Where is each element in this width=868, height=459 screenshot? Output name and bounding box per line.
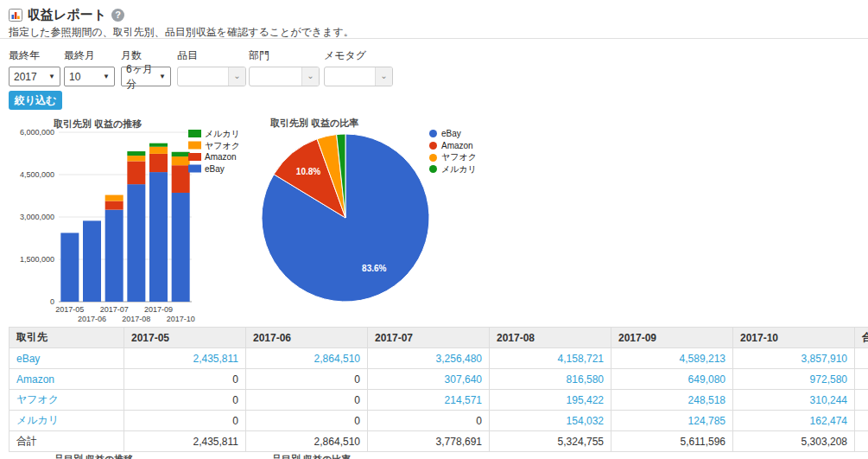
revenue-value-link[interactable]: 972,580 bbox=[810, 373, 847, 386]
revenue-value-cell: 2,435,811 bbox=[124, 431, 246, 452]
stacked-bar-chart[interactable]: 01,500,0003,000,0004,500,0006,000,000201… bbox=[9, 115, 259, 322]
vendor-name-cell: ヤフオク bbox=[10, 390, 124, 411]
revenue-value-cell: 154,032 bbox=[490, 411, 611, 431]
item-trend-chart-title: 品目別 収益の推移 bbox=[54, 453, 133, 459]
bar-segment-Amazon bbox=[127, 161, 145, 184]
revenue-value-link[interactable]: 4,589,213 bbox=[680, 353, 725, 365]
bar-legend-label: ヤフオク bbox=[205, 141, 240, 150]
pie-legend-label: Amazon bbox=[441, 141, 473, 150]
revenue-value-cell: 0 bbox=[246, 390, 368, 411]
table-row: 合計2,435,8112,864,5103,778,6915,324,7555,… bbox=[10, 431, 868, 452]
revenue-value-link[interactable]: 214,571 bbox=[445, 394, 482, 406]
pie-legend-item: ヤフオク bbox=[429, 151, 477, 163]
last-year-select[interactable]: 2017▼ bbox=[9, 67, 60, 86]
table-column-header: 2017-09 bbox=[611, 328, 733, 348]
revenue-table-wrap: 取引先2017-052017-062017-072017-082017-0920… bbox=[9, 327, 868, 452]
revenue-value-cell: 5,303,208 bbox=[733, 431, 855, 452]
next-section-titles: 品目別 収益の推移 品目別 収益の比率 bbox=[0, 453, 868, 459]
x-axis-label: 2017-06 bbox=[78, 315, 106, 322]
bar-chart-revenue-trend: 取引先別 収益の推移 01,500,0003,000,0004,500,0006… bbox=[9, 115, 259, 322]
bar-segment-ヤフオク bbox=[149, 147, 168, 154]
legend-dot-icon bbox=[429, 142, 437, 150]
table-column-header: 2017-10 bbox=[733, 328, 855, 348]
revenue-value-cell: 307,640 bbox=[368, 369, 490, 390]
pie-chart[interactable]: 83.6%10.8% bbox=[259, 128, 432, 322]
y-axis-tick: 0 bbox=[50, 297, 54, 306]
revenue-value-link[interactable]: 162,474 bbox=[810, 415, 847, 427]
revenue-value-cell: 3,857,910 bbox=[733, 348, 855, 369]
caret-down-icon: ▼ bbox=[159, 73, 166, 80]
department-select[interactable]: ⌄ bbox=[249, 67, 320, 86]
legend-dot-icon bbox=[429, 154, 437, 162]
total-column-cell bbox=[855, 411, 868, 431]
y-axis-tick: 1,500,000 bbox=[20, 255, 54, 264]
revenue-value-cell: 649,080 bbox=[611, 369, 733, 390]
pie-legend-label: メルカリ bbox=[441, 163, 477, 175]
bar-segment-Amazon bbox=[105, 201, 124, 210]
revenue-value-cell: 0 bbox=[246, 411, 368, 431]
pie-chart-legend: eBayAmazonヤフオクメルカリ bbox=[429, 128, 477, 175]
revenue-value-link[interactable]: 2,435,811 bbox=[193, 353, 239, 365]
bar-segment-eBay bbox=[149, 172, 168, 302]
item-select[interactable]: ⌄ bbox=[177, 67, 246, 86]
filter-item-label: 品目 bbox=[177, 48, 246, 63]
bar-segment-メルカリ bbox=[172, 152, 190, 156]
page-header: 収益レポート ? bbox=[9, 7, 124, 23]
revenue-value-cell: 4,158,721 bbox=[490, 348, 611, 369]
revenue-value-cell: 0 bbox=[124, 411, 246, 431]
help-icon[interactable]: ? bbox=[111, 9, 124, 22]
page-title: 収益レポート bbox=[28, 7, 106, 23]
bar-segment-Amazon bbox=[172, 165, 190, 193]
revenue-value-link[interactable]: 310,244 bbox=[810, 394, 847, 406]
vendor-name-cell: Amazon bbox=[10, 369, 124, 390]
revenue-value-cell: 310,244 bbox=[733, 390, 855, 411]
item-share-chart-title: 品目別 収益の比率 bbox=[272, 453, 351, 459]
revenue-value-link[interactable]: 124,785 bbox=[688, 415, 725, 427]
vendor-link[interactable]: メルカリ bbox=[16, 414, 59, 426]
bar-chart-title: 取引先別 収益の推移 bbox=[54, 118, 142, 131]
filter-months-label: 月数 bbox=[121, 48, 171, 63]
revenue-value-cell: 972,580 bbox=[733, 369, 855, 390]
table-column-header: 2017-07 bbox=[368, 328, 490, 348]
pie-legend-item: メルカリ bbox=[429, 163, 477, 175]
vendor-link[interactable]: ヤフオク bbox=[16, 393, 59, 405]
revenue-value-cell: 162,474 bbox=[733, 411, 855, 431]
header-divider bbox=[0, 38, 868, 39]
bar-legend-label: Amazon bbox=[205, 152, 237, 162]
revenue-value-link[interactable]: 2,864,510 bbox=[314, 353, 360, 365]
revenue-value-link[interactable]: 4,158,721 bbox=[558, 353, 604, 365]
filter-apply-button[interactable]: 絞り込む bbox=[9, 91, 62, 110]
revenue-value-cell: 0 bbox=[124, 390, 246, 411]
total-column-cell bbox=[855, 431, 868, 452]
bar-segment-eBay bbox=[172, 193, 190, 302]
bar-segment-eBay bbox=[60, 233, 79, 302]
filter-item: 品目 ⌄ bbox=[177, 48, 246, 86]
pie-slice-label: 83.6% bbox=[362, 264, 386, 273]
vendor-link[interactable]: Amazon bbox=[16, 373, 54, 386]
legend-dot-icon bbox=[429, 165, 437, 173]
revenue-value-link[interactable]: 154,032 bbox=[567, 415, 604, 427]
bar-segment-eBay bbox=[83, 220, 101, 302]
y-axis-tick: 6,000,000 bbox=[20, 128, 54, 137]
vendor-link[interactable]: eBay bbox=[16, 353, 40, 365]
last-month-select[interactable]: 10▼ bbox=[64, 67, 115, 86]
revenue-value-cell: 2,435,811 bbox=[124, 348, 246, 369]
months-select[interactable]: 6ヶ月分▼ bbox=[121, 67, 171, 86]
revenue-value-link[interactable]: 195,422 bbox=[567, 394, 604, 406]
revenue-value-link[interactable]: 3,857,910 bbox=[801, 353, 847, 365]
table-column-header: 2017-06 bbox=[246, 328, 368, 348]
revenue-value-cell: 248,518 bbox=[611, 390, 733, 411]
revenue-value-link[interactable]: 307,640 bbox=[445, 373, 482, 386]
revenue-value-link[interactable]: 3,256,480 bbox=[436, 353, 482, 365]
total-column-cell bbox=[855, 348, 868, 369]
bar-segment-メルカリ bbox=[149, 143, 168, 147]
revenue-value-link[interactable]: 649,080 bbox=[688, 373, 725, 386]
pie-legend-label: ヤフオク bbox=[441, 151, 477, 163]
memo-tag-select[interactable]: ⌄ bbox=[324, 67, 393, 86]
revenue-value-link[interactable]: 816,580 bbox=[567, 373, 604, 386]
revenue-table: 取引先2017-052017-062017-072017-082017-0920… bbox=[9, 327, 868, 452]
revenue-value-cell: 0 bbox=[124, 369, 246, 390]
bar-segment-ヤフオク bbox=[172, 156, 190, 165]
revenue-value-link[interactable]: 248,518 bbox=[688, 394, 725, 406]
filter-memo-tag: メモタグ ⌄ bbox=[324, 48, 393, 86]
